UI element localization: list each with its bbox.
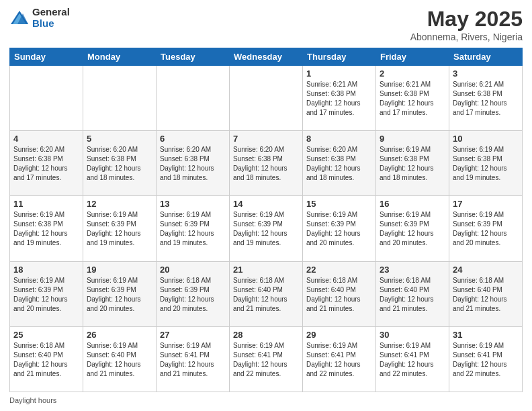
- calendar-cell: 28Sunrise: 6:19 AM Sunset: 6:41 PM Dayli…: [230, 326, 303, 392]
- calendar-cell: 30Sunrise: 6:19 AM Sunset: 6:41 PM Dayli…: [376, 326, 449, 392]
- day-number: 7: [233, 134, 299, 144]
- logo-blue-text: Blue: [32, 18, 70, 30]
- calendar-cell: 19Sunrise: 6:19 AM Sunset: 6:39 PM Dayli…: [83, 261, 157, 326]
- day-info: Sunrise: 6:19 AM Sunset: 6:41 PM Dayligh…: [306, 341, 372, 379]
- calendar-cell: 5Sunrise: 6:20 AM Sunset: 6:38 PM Daylig…: [83, 131, 157, 196]
- day-number: 28: [233, 330, 299, 340]
- day-number: 8: [306, 134, 372, 144]
- calendar-cell: 3Sunrise: 6:21 AM Sunset: 6:38 PM Daylig…: [449, 66, 523, 131]
- footer-text: Daylight hours: [9, 396, 56, 404]
- logo-text: General Blue: [32, 7, 70, 29]
- calendar-cell: 31Sunrise: 6:19 AM Sunset: 6:41 PM Dayli…: [449, 326, 523, 392]
- day-number: 30: [380, 330, 445, 340]
- calendar-cell: 4Sunrise: 6:20 AM Sunset: 6:38 PM Daylig…: [10, 131, 83, 196]
- calendar-cell: 9Sunrise: 6:19 AM Sunset: 6:38 PM Daylig…: [376, 131, 449, 196]
- day-number: 18: [13, 265, 79, 275]
- day-info: Sunrise: 6:20 AM Sunset: 6:38 PM Dayligh…: [306, 145, 372, 183]
- day-number: 10: [453, 134, 519, 144]
- col-friday: Friday: [376, 48, 449, 66]
- calendar-cell: 16Sunrise: 6:19 AM Sunset: 6:39 PM Dayli…: [376, 196, 449, 261]
- col-sunday: Sunday: [10, 48, 83, 66]
- calendar-cell: 12Sunrise: 6:19 AM Sunset: 6:39 PM Dayli…: [83, 196, 157, 261]
- day-number: 22: [306, 265, 372, 275]
- day-number: 3: [453, 68, 519, 79]
- calendar-week-2: 4Sunrise: 6:20 AM Sunset: 6:38 PM Daylig…: [10, 131, 523, 196]
- calendar-cell: [230, 66, 303, 131]
- day-info: Sunrise: 6:18 AM Sunset: 6:40 PM Dayligh…: [306, 276, 372, 314]
- day-number: 16: [380, 199, 445, 209]
- day-number: 4: [13, 134, 79, 144]
- col-tuesday: Tuesday: [157, 48, 230, 66]
- day-info: Sunrise: 6:18 AM Sunset: 6:40 PM Dayligh…: [233, 276, 299, 314]
- day-info: Sunrise: 6:20 AM Sunset: 6:38 PM Dayligh…: [87, 145, 152, 183]
- calendar-cell: 7Sunrise: 6:20 AM Sunset: 6:38 PM Daylig…: [230, 131, 303, 196]
- logo-general-text: General: [32, 7, 70, 18]
- calendar-cell: 23Sunrise: 6:18 AM Sunset: 6:40 PM Dayli…: [376, 261, 449, 326]
- day-info: Sunrise: 6:19 AM Sunset: 6:40 PM Dayligh…: [87, 341, 152, 379]
- calendar-week-5: 25Sunrise: 6:18 AM Sunset: 6:40 PM Dayli…: [10, 326, 523, 392]
- calendar-week-1: 1Sunrise: 6:21 AM Sunset: 6:38 PM Daylig…: [10, 66, 523, 131]
- calendar-cell: 17Sunrise: 6:19 AM Sunset: 6:39 PM Dayli…: [449, 196, 523, 261]
- day-info: Sunrise: 6:19 AM Sunset: 6:38 PM Dayligh…: [453, 145, 519, 183]
- header-row: Sunday Monday Tuesday Wednesday Thursday…: [10, 48, 523, 66]
- col-thursday: Thursday: [303, 48, 376, 66]
- calendar-body: 1Sunrise: 6:21 AM Sunset: 6:38 PM Daylig…: [10, 66, 523, 392]
- calendar-cell: 20Sunrise: 6:18 AM Sunset: 6:39 PM Dayli…: [157, 261, 230, 326]
- calendar-cell: [10, 66, 83, 131]
- calendar-cell: 29Sunrise: 6:19 AM Sunset: 6:41 PM Dayli…: [303, 326, 376, 392]
- day-number: 11: [13, 199, 79, 209]
- calendar-cell: 13Sunrise: 6:19 AM Sunset: 6:39 PM Dayli…: [157, 196, 230, 261]
- day-info: Sunrise: 6:19 AM Sunset: 6:39 PM Dayligh…: [380, 210, 445, 248]
- title-block: May 2025 Abonnema, Rivers, Nigeria: [410, 7, 523, 42]
- calendar-header: Sunday Monday Tuesday Wednesday Thursday…: [10, 48, 523, 66]
- calendar-cell: 2Sunrise: 6:21 AM Sunset: 6:38 PM Daylig…: [376, 66, 449, 131]
- day-info: Sunrise: 6:19 AM Sunset: 6:41 PM Dayligh…: [233, 341, 299, 379]
- day-number: 23: [380, 265, 445, 275]
- day-number: 12: [87, 199, 152, 209]
- day-info: Sunrise: 6:19 AM Sunset: 6:39 PM Dayligh…: [160, 210, 226, 248]
- day-info: Sunrise: 6:19 AM Sunset: 6:39 PM Dayligh…: [87, 276, 152, 314]
- calendar-cell: 18Sunrise: 6:19 AM Sunset: 6:39 PM Dayli…: [10, 261, 83, 326]
- day-number: 6: [160, 134, 226, 144]
- day-number: 31: [453, 330, 519, 340]
- day-number: 20: [160, 265, 226, 275]
- day-info: Sunrise: 6:19 AM Sunset: 6:41 PM Dayligh…: [160, 341, 226, 379]
- day-info: Sunrise: 6:19 AM Sunset: 6:41 PM Dayligh…: [453, 341, 519, 379]
- day-info: Sunrise: 6:18 AM Sunset: 6:39 PM Dayligh…: [160, 276, 226, 314]
- day-info: Sunrise: 6:18 AM Sunset: 6:40 PM Dayligh…: [380, 276, 445, 314]
- day-number: 9: [380, 134, 445, 144]
- main-title: May 2025: [410, 7, 523, 32]
- day-info: Sunrise: 6:20 AM Sunset: 6:38 PM Dayligh…: [13, 145, 79, 183]
- day-number: 27: [160, 330, 226, 340]
- calendar-cell: 11Sunrise: 6:19 AM Sunset: 6:38 PM Dayli…: [10, 196, 83, 261]
- calendar-cell: 24Sunrise: 6:18 AM Sunset: 6:40 PM Dayli…: [449, 261, 523, 326]
- day-info: Sunrise: 6:19 AM Sunset: 6:39 PM Dayligh…: [13, 276, 79, 314]
- calendar-week-4: 18Sunrise: 6:19 AM Sunset: 6:39 PM Dayli…: [10, 261, 523, 326]
- calendar-week-3: 11Sunrise: 6:19 AM Sunset: 6:38 PM Dayli…: [10, 196, 523, 261]
- calendar-cell: [83, 66, 157, 131]
- day-info: Sunrise: 6:18 AM Sunset: 6:40 PM Dayligh…: [13, 341, 79, 379]
- day-number: 17: [453, 199, 519, 209]
- day-number: 25: [13, 330, 79, 340]
- calendar-cell: 14Sunrise: 6:19 AM Sunset: 6:39 PM Dayli…: [230, 196, 303, 261]
- page: General Blue May 2025 Abonnema, Rivers, …: [0, 0, 532, 411]
- logo: General Blue: [9, 7, 70, 29]
- day-info: Sunrise: 6:19 AM Sunset: 6:38 PM Dayligh…: [13, 210, 79, 248]
- calendar-cell: 21Sunrise: 6:18 AM Sunset: 6:40 PM Dayli…: [230, 261, 303, 326]
- day-number: 14: [233, 199, 299, 209]
- day-number: 29: [306, 330, 372, 340]
- day-number: 2: [380, 68, 445, 79]
- day-info: Sunrise: 6:19 AM Sunset: 6:39 PM Dayligh…: [233, 210, 299, 248]
- day-number: 26: [87, 330, 152, 340]
- day-number: 5: [87, 134, 152, 144]
- col-saturday: Saturday: [449, 48, 523, 66]
- logo-icon: [9, 8, 30, 28]
- day-info: Sunrise: 6:19 AM Sunset: 6:39 PM Dayligh…: [306, 210, 372, 248]
- calendar-cell: 6Sunrise: 6:20 AM Sunset: 6:38 PM Daylig…: [157, 131, 230, 196]
- calendar-cell: 1Sunrise: 6:21 AM Sunset: 6:38 PM Daylig…: [303, 66, 376, 131]
- calendar-cell: 15Sunrise: 6:19 AM Sunset: 6:39 PM Dayli…: [303, 196, 376, 261]
- day-number: 1: [306, 68, 372, 79]
- calendar-cell: [157, 66, 230, 131]
- calendar-cell: 8Sunrise: 6:20 AM Sunset: 6:38 PM Daylig…: [303, 131, 376, 196]
- day-number: 15: [306, 199, 372, 209]
